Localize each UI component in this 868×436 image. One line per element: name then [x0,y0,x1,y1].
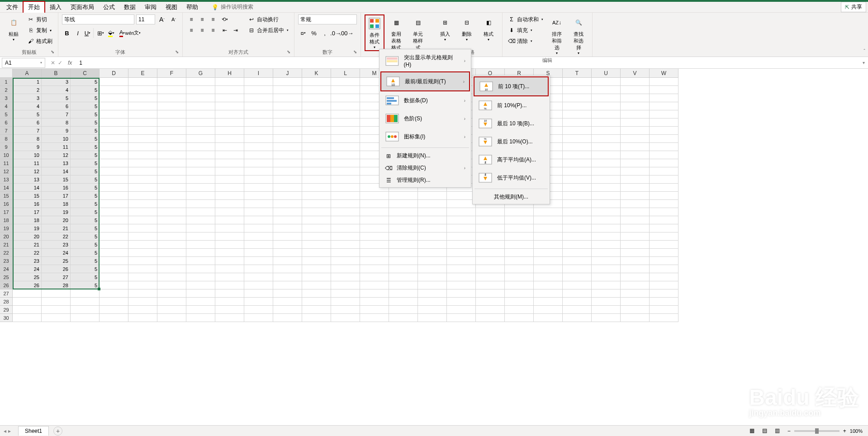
cell[interactable]: 20 [42,216,71,224]
cell[interactable]: 15 [13,192,42,200]
cell[interactable] [389,208,418,216]
cell[interactable] [273,94,302,102]
cell[interactable] [100,118,128,127]
clipboard-launcher[interactable]: ⬊ [51,49,56,55]
comma-button[interactable]: , [320,28,330,38]
cell[interactable] [273,200,302,208]
cell[interactable] [331,224,360,232]
cell[interactable] [186,306,215,314]
cell[interactable] [621,118,650,127]
cell[interactable] [100,257,128,265]
cell[interactable] [389,241,418,249]
font-name-select[interactable] [62,14,134,24]
cell[interactable] [13,298,42,306]
col-header[interactable]: H [215,69,244,78]
cell[interactable]: 5 [71,86,100,94]
above-average-item[interactable]: x̄ 高于平均值(A)... [474,151,549,169]
align-center-button[interactable]: ≡ [197,25,207,35]
cell[interactable] [273,208,302,216]
cell[interactable] [534,257,563,265]
cell[interactable] [302,200,331,208]
page-layout-view-button[interactable]: ▤ [762,427,771,435]
cell[interactable] [447,192,476,200]
cell[interactable] [273,159,302,167]
cell[interactable] [389,273,418,281]
cell[interactable] [273,249,302,257]
cell[interactable] [244,192,273,200]
cell[interactable] [592,167,621,175]
cell[interactable] [128,232,157,241]
cell[interactable] [157,224,186,232]
cell[interactable] [505,273,534,281]
cell[interactable] [447,265,476,273]
cell[interactable] [621,110,650,118]
cell[interactable] [186,273,215,281]
cell[interactable] [302,159,331,167]
row-header[interactable]: 15 [0,192,13,200]
row-header[interactable]: 13 [0,175,13,184]
cell[interactable] [592,249,621,257]
align-right-button[interactable]: ≡ [208,25,218,35]
cell[interactable]: 5 [71,208,100,216]
cell[interactable] [360,257,389,265]
cell[interactable] [331,208,360,216]
cell[interactable] [650,208,678,216]
top-10-items-item[interactable]: 10 前 10 项(T)... [474,76,549,96]
cell[interactable] [42,314,71,322]
cell[interactable] [534,289,563,298]
color-scales-item[interactable]: 色阶(S) › [380,109,470,128]
cell[interactable] [273,135,302,143]
cell[interactable] [418,306,447,314]
cell[interactable] [563,86,592,94]
tell-me-search[interactable]: 💡 操作说明搜索 [212,3,253,11]
cell[interactable] [157,265,186,273]
cell[interactable]: 3 [13,94,42,102]
cell[interactable]: 11 [13,159,42,167]
cell[interactable]: 5 [71,110,100,118]
cell[interactable] [100,110,128,118]
cell[interactable] [331,265,360,273]
cell[interactable] [100,135,128,143]
cell[interactable] [563,289,592,298]
cell[interactable] [273,151,302,159]
cell[interactable] [592,175,621,184]
cell[interactable] [360,289,389,298]
cell[interactable] [476,289,505,298]
cell[interactable] [100,127,128,135]
cell[interactable] [331,127,360,135]
cell[interactable] [157,249,186,257]
cell[interactable] [302,216,331,224]
cell[interactable] [302,118,331,127]
cell[interactable] [592,143,621,151]
cell[interactable] [215,159,244,167]
cell[interactable] [100,298,128,306]
cell[interactable] [418,289,447,298]
cell[interactable] [215,241,244,249]
cell[interactable] [389,249,418,257]
cell[interactable] [13,306,42,314]
cell[interactable] [100,289,128,298]
cell[interactable] [157,257,186,265]
cell[interactable] [650,216,678,224]
cell[interactable] [534,306,563,314]
cell[interactable] [331,135,360,143]
cell[interactable] [418,314,447,322]
cell[interactable] [157,159,186,167]
cell[interactable] [534,241,563,249]
cell[interactable]: 21 [42,224,71,232]
cell[interactable] [360,298,389,306]
cell[interactable] [534,298,563,306]
cell[interactable] [621,298,650,306]
cell[interactable] [592,273,621,281]
row-header[interactable]: 10 [0,151,13,159]
cell[interactable] [244,289,273,298]
cell[interactable] [128,86,157,94]
cell[interactable]: 5 [71,216,100,224]
cell[interactable] [447,298,476,306]
cell[interactable]: 5 [71,184,100,192]
cell[interactable] [592,208,621,216]
cell[interactable] [563,224,592,232]
wrap-text-button[interactable]: ↩自动换行 [246,14,290,24]
cell[interactable] [563,127,592,135]
cell[interactable] [244,143,273,151]
